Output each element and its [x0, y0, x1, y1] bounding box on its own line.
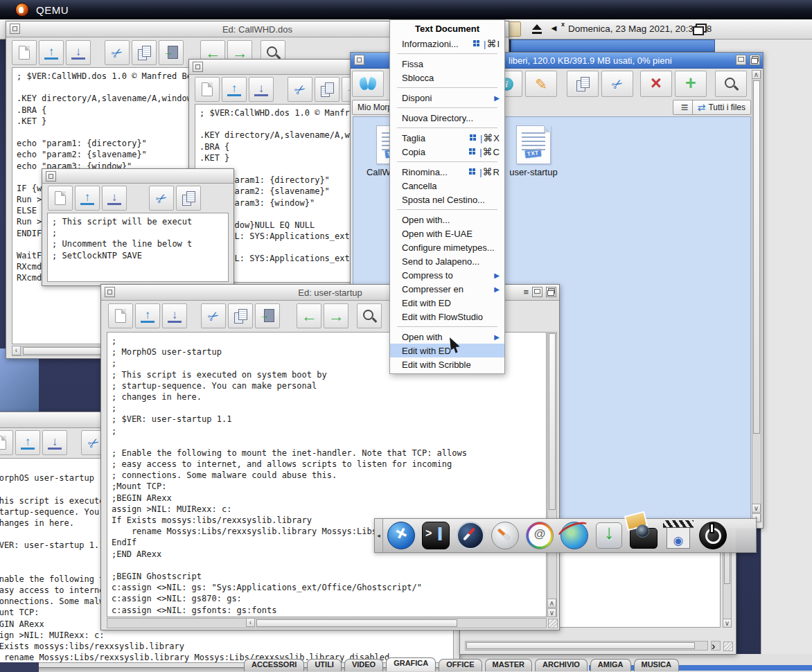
new-document-button[interactable]	[12, 40, 37, 65]
scroll-up-arrow[interactable]: ∧	[547, 599, 556, 608]
category-tab-video[interactable]: VIDEO	[344, 659, 383, 671]
code-area[interactable]: ;; MorphOS user-startup;; This script is…	[107, 332, 547, 617]
scrollbar-thumb[interactable]	[753, 80, 760, 434]
window-titlebar[interactable]	[42, 169, 233, 184]
open-upload-button[interactable]	[39, 40, 64, 65]
eject-icon[interactable]	[531, 24, 543, 35]
menu-item[interactable]: Compresser en▶	[390, 282, 504, 296]
menu-item[interactable]: Informazioni...|⌘I	[390, 37, 504, 51]
background-window-titlebar[interactable]	[511, 39, 715, 52]
menu-item[interactable]: Edit with Scribble	[390, 357, 504, 371]
scroll-left-arrow[interactable]: ‹	[12, 346, 21, 355]
close-gadget[interactable]	[193, 62, 203, 72]
code-area[interactable]: ; This script will be execut;; Uncomment…	[47, 213, 229, 282]
vertical-scrollbar[interactable]: ∧ ∨ ›	[752, 70, 761, 522]
new-document-button[interactable]	[48, 186, 73, 211]
depth-gadget[interactable]	[750, 55, 760, 65]
scrollbar-thumb[interactable]	[549, 333, 556, 510]
scroll-left-arrow[interactable]: ‹	[246, 618, 255, 627]
speaker-muted-icon[interactable]: ◄x	[549, 23, 563, 35]
dock-item-photo-camera[interactable]	[628, 520, 659, 551]
menu-item[interactable]: Nuova Directory...	[390, 111, 504, 125]
category-tab-musica[interactable]: MUSICA	[634, 659, 679, 671]
resize-grip[interactable]	[723, 642, 733, 651]
menu-item[interactable]: Rinomina...|⌘R	[390, 165, 504, 179]
menu-item[interactable]: Taglia|⌘X	[390, 131, 504, 145]
add-button[interactable]	[675, 71, 707, 97]
dock-item-browser-compass[interactable]	[455, 520, 486, 551]
horizontal-scrollbar[interactable]	[465, 641, 708, 651]
menu-item[interactable]: Copia|⌘C	[390, 145, 504, 159]
maximize-gadget[interactable]	[532, 287, 542, 297]
menu-item[interactable]: Disponi▶	[390, 91, 504, 105]
category-tab-master[interactable]: MASTER	[485, 659, 532, 671]
scrollbar-thumb[interactable]	[256, 619, 457, 627]
menu-item[interactable]: Sblocca	[390, 71, 504, 85]
open-upload-button[interactable]	[15, 430, 40, 455]
save-download-button[interactable]	[162, 303, 187, 328]
menu-item[interactable]: Configure mimetypes...	[390, 240, 504, 254]
screens-depth-icon[interactable]	[693, 24, 707, 35]
scroll-up-arrow[interactable]: ∧	[752, 70, 761, 79]
scroll-down-arrow[interactable]: ∨	[752, 504, 761, 513]
category-tab-amiga[interactable]: AMIGA	[590, 659, 631, 671]
open-upload-button[interactable]	[135, 303, 160, 328]
dock-item-terminal[interactable]	[421, 520, 451, 551]
copy-button[interactable]	[132, 40, 157, 65]
scroll-right-arrow[interactable]: ›	[711, 641, 721, 651]
search-button[interactable]	[357, 303, 382, 328]
search-button[interactable]	[715, 71, 747, 97]
dock-item-globe-network[interactable]	[559, 520, 590, 551]
dock-collapse-arrow[interactable]: ◂	[375, 519, 383, 552]
paste-insert-button[interactable]	[159, 40, 184, 65]
dock-item-browser-gauge[interactable]	[490, 520, 520, 551]
menu-item[interactable]: Send to Jalapeno...	[390, 254, 504, 268]
dock-item-power[interactable]	[698, 520, 728, 551]
menu-item[interactable]: Edit with FlowStudio	[390, 310, 504, 324]
dock-item-mail[interactable]	[524, 520, 555, 551]
category-tab-accessori[interactable]: ACCESSORI	[244, 659, 304, 671]
copy-button[interactable]	[315, 77, 339, 102]
menu-item[interactable]: Edit with ED	[390, 296, 504, 310]
menu-item[interactable]: Sposta nel Cestino...	[390, 193, 504, 206]
dock-item-media-viewer[interactable]	[663, 520, 694, 551]
text-file-icon[interactable]: TXT	[516, 125, 551, 164]
cut-button[interactable]	[601, 71, 633, 97]
menu-item[interactable]: Fissa	[390, 57, 504, 71]
file-item[interactable]: TXTuser-startup	[500, 125, 567, 177]
save-download-button[interactable]	[66, 40, 91, 65]
save-download-button[interactable]	[102, 186, 127, 211]
edit-pencil-button[interactable]	[525, 71, 557, 97]
cut-button[interactable]	[288, 77, 312, 102]
close-gadget[interactable]	[46, 171, 56, 182]
back-button[interactable]	[297, 303, 321, 328]
menu-item[interactable]: Open with▶	[390, 330, 504, 344]
open-upload-button[interactable]	[222, 77, 247, 102]
paste-insert-button[interactable]	[255, 303, 280, 328]
new-document-button[interactable]	[195, 77, 220, 102]
scroll-down-arrow[interactable]: ∨	[723, 619, 732, 628]
menu-gadget[interactable]: ≡	[523, 287, 529, 297]
category-tab-office[interactable]: OFFICE	[439, 659, 482, 671]
maximize-gadget[interactable]	[736, 55, 746, 65]
horizontal-scrollbar[interactable]: ‹	[107, 618, 547, 628]
cut-button[interactable]	[201, 303, 226, 328]
menu-item[interactable]: Cancella	[390, 179, 504, 193]
save-download-button[interactable]	[249, 77, 274, 102]
category-tab-utili[interactable]: UTILI	[307, 659, 342, 671]
filter-button[interactable]: Tutti i files	[692, 100, 751, 115]
menu-item[interactable]: Open with E-UAE	[390, 227, 504, 240]
scroll-down-arrow[interactable]: ∨	[547, 608, 556, 617]
save-download-button[interactable]	[42, 430, 67, 455]
dock-item-download[interactable]	[594, 520, 624, 551]
open-upload-button[interactable]	[75, 186, 100, 211]
butterfly-button[interactable]	[352, 71, 384, 97]
vertical-scrollbar[interactable]: ∧ ∨	[547, 332, 557, 617]
cut-button[interactable]	[149, 186, 174, 211]
category-tab-archivio[interactable]: ARCHIVIO	[535, 659, 588, 671]
copy-button[interactable]	[567, 71, 599, 97]
menu-item[interactable]: Compress to▶	[390, 268, 504, 282]
new-document-button[interactable]	[0, 430, 13, 455]
dock-item-system[interactable]	[386, 520, 416, 551]
copy-button[interactable]	[176, 186, 201, 211]
